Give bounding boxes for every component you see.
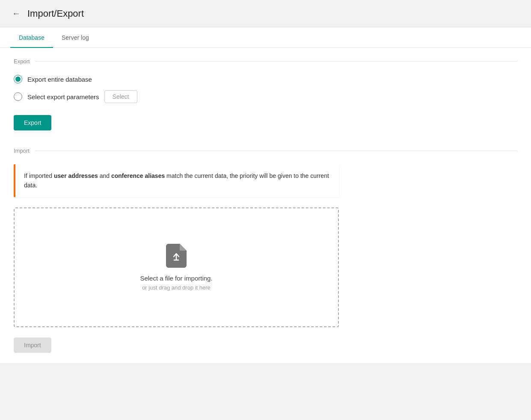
content-area: Export Export entire database Select exp… — [0, 48, 531, 363]
select-params-button[interactable]: Select — [104, 90, 137, 103]
file-dropzone[interactable]: Select a file for importing. or just dra… — [14, 207, 339, 327]
radio-export-entire[interactable] — [14, 75, 22, 83]
back-button[interactable]: ← — [10, 7, 22, 20]
warning-text: If imported user addresses and conferenc… — [24, 171, 330, 190]
tab-server-log[interactable]: Server log — [53, 27, 98, 48]
tab-database[interactable]: Database — [10, 27, 53, 48]
dropzone-title: Select a file for importing. — [140, 275, 212, 282]
export-section-header: Export — [14, 58, 517, 65]
export-entire-label: Export entire database — [27, 76, 92, 83]
page-header: ← Import/Export — [0, 0, 531, 27]
export-section-label: Export — [14, 58, 30, 65]
import-section-header: Import — [14, 148, 517, 154]
export-section-divider — [35, 61, 517, 62]
export-button[interactable]: Export — [14, 115, 51, 130]
import-section: Import If imported user addresses and co… — [14, 148, 517, 353]
export-options: Export entire database Select export par… — [14, 75, 517, 103]
radio-export-params[interactable] — [14, 92, 22, 101]
import-warning: If imported user addresses and conferenc… — [14, 164, 339, 197]
upload-file-icon — [166, 244, 187, 268]
dropzone-subtitle: or just drag and drop it here — [142, 284, 211, 291]
import-button[interactable]: Import — [14, 337, 51, 353]
import-section-divider — [35, 151, 517, 151]
page-title: Import/Export — [27, 8, 84, 19]
export-option-params: Select export parameters Select — [14, 90, 517, 103]
tab-bar: Database Server log — [0, 27, 531, 48]
export-option-entire: Export entire database — [14, 75, 517, 83]
import-section-label: Import — [14, 148, 30, 154]
export-params-label: Select export parameters — [27, 93, 99, 101]
main-content: Database Server log Export Export entire… — [0, 27, 531, 363]
